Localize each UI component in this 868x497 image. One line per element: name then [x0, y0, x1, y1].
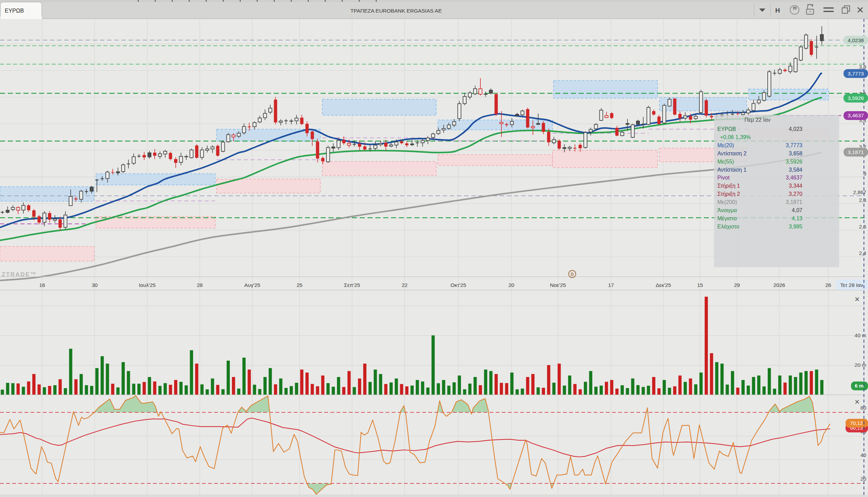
svg-text:❞: ❞	[793, 5, 797, 15]
svg-text:3,7773: 3,7773	[848, 71, 864, 76]
svg-text:3,5926: 3,5926	[786, 159, 802, 165]
svg-text:3,658: 3,658	[789, 151, 802, 156]
svg-text:Με(20): Με(20)	[717, 142, 734, 148]
svg-text:40: 40	[860, 452, 867, 458]
svg-text:3,5926: 3,5926	[848, 95, 864, 101]
svg-text:16: 16	[39, 282, 45, 288]
svg-text:Σεπ'25: Σεπ'25	[344, 282, 360, 288]
svg-text:6 m: 6 m	[855, 383, 864, 388]
svg-text:20: 20	[860, 476, 867, 482]
svg-text:Πεμ 22 Ιαν: Πεμ 22 Ιαν	[744, 117, 770, 123]
svg-text:ZTRADE™: ZTRADE™	[2, 271, 37, 278]
svg-text:4,023: 4,023	[789, 126, 802, 132]
svg-text:26: 26	[825, 282, 831, 288]
svg-text:Ιουλ'25: Ιουλ'25	[139, 282, 155, 288]
svg-text:20: 20	[508, 282, 514, 288]
svg-text:Δεκ'25: Δεκ'25	[655, 282, 671, 288]
svg-text:+0,06 1,39%: +0,06 1,39%	[717, 134, 751, 140]
svg-text:Pivot: Pivot	[717, 175, 730, 181]
svg-text:3: 3	[863, 171, 866, 176]
svg-text:28: 28	[197, 282, 203, 288]
svg-text:ΕΥΡΩΒ: ΕΥΡΩΒ	[717, 126, 736, 132]
svg-text:H: H	[775, 7, 780, 14]
svg-text:3,1871: 3,1871	[786, 199, 802, 205]
svg-text:29: 29	[734, 282, 740, 288]
svg-text:Με(200): Με(200)	[717, 199, 737, 205]
svg-text:Αντίσταση 1: Αντίσταση 1	[717, 167, 746, 173]
svg-text:80: 80	[860, 405, 867, 411]
svg-text:4,0238: 4,0238	[848, 38, 864, 43]
svg-text:2,4: 2,4	[859, 250, 866, 256]
svg-text:✕: ✕	[854, 296, 860, 303]
svg-text:Τετ 28 Ιαν: Τετ 28 Ιαν	[840, 282, 863, 288]
svg-text:3,270: 3,270	[789, 191, 802, 197]
svg-text:Στήριξη 2: Στήριξη 2	[717, 191, 740, 197]
svg-text:3,344: 3,344	[789, 183, 802, 189]
svg-text:ΕΥΡΩΒ: ΕΥΡΩΒ	[5, 8, 24, 14]
svg-text:3,7773: 3,7773	[786, 142, 802, 148]
svg-text:3,8: 3,8	[859, 64, 866, 70]
svg-text:Αυγ'25: Αυγ'25	[244, 282, 260, 288]
svg-text:Αντίσταση 2: Αντίσταση 2	[717, 151, 746, 156]
svg-text:4,13: 4,13	[792, 215, 802, 221]
svg-text:Άνοιγμα: Άνοιγμα	[717, 207, 737, 213]
svg-text:22: 22	[401, 282, 407, 288]
svg-text:25: 25	[297, 282, 302, 288]
svg-text:17: 17	[608, 282, 614, 288]
svg-text:Οκτ'25: Οκτ'25	[451, 282, 466, 288]
svg-text:2,6: 2,6	[859, 224, 866, 229]
svg-text:70,12: 70,12	[850, 420, 863, 426]
svg-text:Μέγιστο: Μέγιστο	[717, 215, 737, 221]
svg-text:40 m: 40 m	[855, 332, 866, 338]
svg-text:30: 30	[92, 282, 98, 288]
svg-text:15: 15	[697, 282, 703, 288]
svg-text:D: D	[571, 272, 574, 277]
svg-text:3,4637: 3,4637	[786, 175, 802, 181]
svg-text:3,584: 3,584	[789, 167, 802, 173]
svg-text:3,4637: 3,4637	[848, 113, 864, 118]
svg-text:Στήριξη 1: Στήριξη 1	[717, 183, 740, 189]
svg-text:Νοε'25: Νοε'25	[550, 282, 566, 288]
svg-text:2,8: 2,8	[859, 197, 866, 203]
svg-text:ΤΡΑΠΕΖΑ EUROBANK ERGASIAS AE: ΤΡΑΠΕΖΑ EUROBANK ERGASIAS AE	[351, 8, 442, 14]
svg-text:3,985: 3,985	[789, 224, 802, 229]
svg-text:Με(55): Με(55)	[717, 159, 734, 165]
svg-text:2026: 2026	[773, 282, 785, 288]
svg-text:✕: ✕	[854, 398, 860, 406]
svg-text:Ελάχιστο: Ελάχιστο	[717, 224, 739, 229]
svg-text:2,867: 2,867	[853, 189, 866, 195]
svg-text:20 m: 20 m	[855, 362, 866, 368]
svg-text:3,1871: 3,1871	[848, 149, 864, 155]
svg-text:4,07: 4,07	[792, 207, 802, 213]
